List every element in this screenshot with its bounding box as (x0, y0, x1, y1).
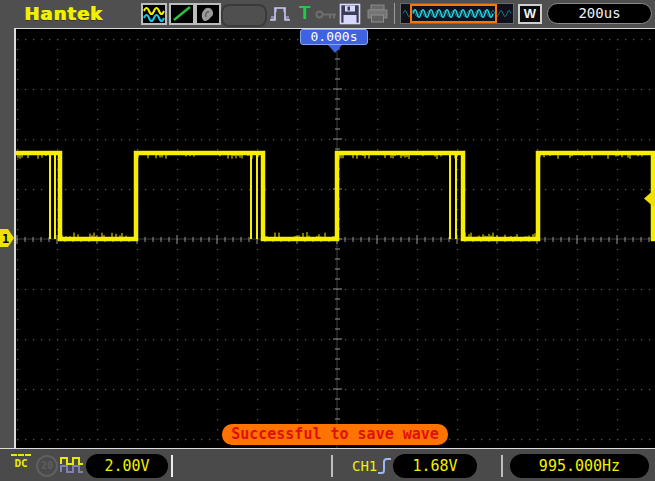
frequency-readout: 995.000Hz (510, 454, 649, 478)
channel1-marker-label: 1 (2, 232, 9, 246)
save-floppy-icon (339, 3, 361, 25)
pulse-icon (268, 4, 296, 24)
trigger-source-label: CH1 (352, 458, 377, 474)
waveform-overview[interactable] (400, 3, 514, 24)
statusbar-separator (171, 455, 173, 477)
empty-slot (221, 4, 267, 27)
oscilloscope-screen: Hantek T (0, 0, 655, 481)
coupling-dc-icon[interactable]: DC (10, 454, 32, 470)
channels-button[interactable] (141, 3, 167, 25)
trigger-t-icon: T (299, 2, 311, 24)
measure-button[interactable] (169, 3, 195, 25)
channel1-marker[interactable]: 1 (0, 229, 15, 247)
trigger-position-tab[interactable]: 0.000s (300, 29, 368, 45)
print-button[interactable] (366, 4, 389, 28)
printer-icon (366, 4, 389, 24)
volts-per-div-readout: 2.00V (86, 454, 168, 478)
status-message: Successful to save wave (222, 424, 448, 445)
coupling-label: DC (14, 457, 27, 470)
invert-waves-icon[interactable] (60, 456, 84, 475)
dc-dash (11, 454, 31, 456)
key-icon (315, 9, 339, 20)
top-toolbar: Hantek T (0, 0, 655, 28)
bottom-statusbar: DC 20 2.00V CH1 1.68V 995.000Hz (0, 448, 655, 481)
rising-edge-icon (377, 454, 393, 477)
statusbar-separator (331, 455, 333, 477)
toolbar-separator (394, 3, 395, 24)
statusbar-separator (501, 455, 503, 477)
bandwidth-limit-icon[interactable]: 20 (36, 455, 58, 477)
trigger-position-pointer[interactable] (328, 45, 342, 53)
hand-icon (197, 5, 219, 23)
timebase-readout: 200us (547, 3, 652, 24)
graticule-and-trace (16, 29, 655, 448)
brand-logo: Hantek (24, 3, 103, 24)
channels-icon (143, 5, 165, 23)
save-button[interactable] (339, 3, 361, 29)
measure-line-icon (171, 5, 193, 23)
trigger-level-marker[interactable] (644, 189, 655, 208)
waveform-display (14, 28, 655, 448)
w-button[interactable]: W (518, 4, 542, 24)
trigger-level-readout: 1.68V (393, 454, 477, 478)
hand-button[interactable] (195, 3, 221, 25)
